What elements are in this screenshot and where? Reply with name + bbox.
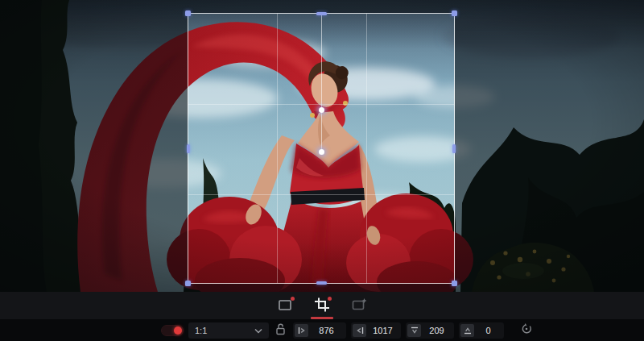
aspect-ratio-dropdown[interactable]: 1:1 <box>188 322 269 339</box>
crop-right-field: 1017 <box>351 322 401 339</box>
grid-line-vertical-1 <box>277 14 278 283</box>
crop-left-value[interactable]: 876 <box>308 326 345 335</box>
crop-handle-n[interactable] <box>316 12 327 15</box>
crop-top-icon[interactable] <box>407 324 421 337</box>
aspect-lock-button[interactable] <box>274 322 287 339</box>
crop-top-field: 209 <box>406 322 454 339</box>
crop-handle-nw[interactable] <box>185 10 191 16</box>
crop-right-value[interactable]: 1017 <box>366 326 399 335</box>
chevron-down-icon <box>254 326 262 335</box>
crop-left-icon[interactable] <box>295 324 308 337</box>
tool-tab-bar <box>0 292 644 319</box>
crop-handle-s[interactable] <box>316 281 327 285</box>
rotate-handle-dot[interactable] <box>319 107 324 113</box>
crop-bottom-field: 0 <box>459 322 504 339</box>
tab-reframe[interactable] <box>345 294 373 317</box>
crop-bottom-value[interactable]: 0 <box>474 326 502 335</box>
crop-rectangle[interactable] <box>188 13 455 284</box>
crop-handle-sw[interactable] <box>185 281 191 286</box>
notification-dot <box>291 297 295 301</box>
tab-crop[interactable] <box>308 294 336 317</box>
lock-open-icon <box>275 322 286 338</box>
crop-bottom-icon[interactable] <box>460 324 474 337</box>
tab-transform[interactable] <box>271 294 299 317</box>
crop-handle-se[interactable] <box>452 281 457 286</box>
reframe-icon <box>350 296 368 316</box>
notification-dot <box>328 297 332 301</box>
preview-canvas[interactable] <box>0 0 644 292</box>
crop-control-bar: 1:1 876 <box>0 319 644 341</box>
crop-tool-window: 1:1 876 <box>0 0 644 341</box>
grid-line-vertical-2 <box>366 14 367 283</box>
aspect-ratio-value: 1:1 <box>195 326 207 335</box>
rotation-axis-line <box>321 14 322 152</box>
crop-left-field: 876 <box>293 322 346 339</box>
toggle-knob <box>174 326 182 335</box>
center-pivot-dot[interactable] <box>319 149 324 155</box>
crop-top-value[interactable]: 209 <box>421 326 452 335</box>
reset-icon <box>520 322 533 338</box>
reset-button[interactable] <box>518 322 535 339</box>
crop-right-icon[interactable] <box>353 324 366 337</box>
grid-line-horizontal-2 <box>188 194 454 195</box>
crop-handle-ne[interactable] <box>452 10 457 16</box>
crop-enable-toggle[interactable] <box>161 325 184 336</box>
crop-handle-e[interactable] <box>452 144 456 153</box>
crop-handle-w[interactable] <box>187 144 190 153</box>
